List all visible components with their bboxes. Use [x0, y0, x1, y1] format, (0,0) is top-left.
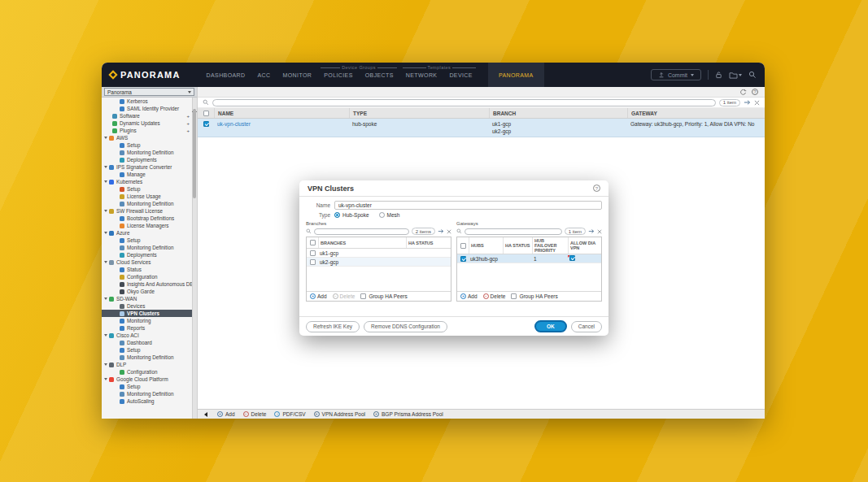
sidebar-item[interactable]: Monitoring Definition +: [102, 200, 192, 207]
clear-filter-icon[interactable]: [754, 100, 760, 106]
sidebar-item[interactable]: AutoScaling +: [102, 397, 192, 405]
sidebar-item[interactable]: Monitoring +: [102, 317, 192, 324]
refresh-ike-key-button[interactable]: Refresh IKE Key: [306, 321, 360, 332]
footer-button[interactable]: + Add: [217, 411, 235, 417]
dialog-help-icon[interactable]: ?: [593, 185, 600, 192]
cluster-name-link[interactable]: uk-vpn-cluster: [217, 121, 251, 127]
expand-plus-icon[interactable]: +: [186, 121, 190, 126]
sidebar-item[interactable]: License Usage +: [102, 193, 192, 200]
row-checkbox[interactable]: [460, 256, 466, 262]
group-ha-peers-checkbox[interactable]: [511, 293, 517, 299]
sidebar-item[interactable]: SAML Identity Provider +: [102, 105, 192, 112]
sidebar-item[interactable]: Kubernetes +: [102, 178, 192, 185]
lock-icon[interactable]: [715, 71, 722, 79]
chevron-down-icon[interactable]: [104, 180, 107, 183]
sidebar-item[interactable]: Cisco ACI +: [102, 332, 192, 339]
sidebar-item[interactable]: Reports +: [102, 324, 192, 332]
sidebar-item[interactable]: Azure +: [102, 229, 192, 237]
column-header-hubs[interactable]: HUBS: [469, 237, 503, 254]
branches-delete-button[interactable]: − Delete: [333, 293, 355, 299]
save-menu[interactable]: [729, 72, 742, 79]
sidebar-item[interactable]: SW Firewall License +: [102, 207, 192, 215]
sidebar-item[interactable]: Monitoring Definition +: [102, 244, 192, 251]
row-checkbox[interactable]: [203, 121, 209, 127]
chevron-down-icon[interactable]: [104, 166, 107, 168]
sidebar-item[interactable]: Configuration +: [102, 368, 192, 376]
search-icon[interactable]: [748, 71, 757, 79]
footer-button[interactable]: + BGP Prisma Address Pool: [373, 411, 443, 417]
select-all-checkbox[interactable]: [203, 111, 209, 116]
sidebar-item[interactable]: Deployments +: [102, 251, 192, 258]
select-all-checkbox[interactable]: [310, 240, 316, 245]
search-input[interactable]: [212, 99, 716, 106]
help-icon[interactable]: ?: [752, 89, 758, 95]
scrollbar-thumb[interactable]: [193, 109, 196, 198]
sidebar-item[interactable]: Monitoring Definition +: [102, 149, 192, 156]
sidebar-item[interactable]: Google Cloud Platform +: [102, 376, 192, 383]
sidebar-item[interactable]: Monitoring Definition +: [102, 390, 192, 397]
row-checkbox[interactable]: [310, 250, 316, 256]
sidebar-item[interactable]: Software +: [102, 112, 192, 119]
collapse-sidebar-arrow[interactable]: [204, 412, 207, 417]
sidebar-item[interactable]: DLP +: [102, 361, 192, 368]
sidebar-item[interactable]: AWS +: [102, 134, 192, 141]
footer-button[interactable]: + VPN Address Pool: [314, 411, 365, 417]
chevron-down-icon[interactable]: [104, 232, 107, 234]
column-header-branch[interactable]: BRANCH: [489, 108, 627, 118]
type-option-hub-spoke[interactable]: Hub-Spoke: [334, 212, 369, 218]
chevron-down-icon[interactable]: [104, 297, 107, 300]
column-header-ha-status[interactable]: HA STATUS: [406, 237, 451, 248]
sidebar-item[interactable]: Dynamic Updates +: [102, 119, 192, 127]
column-header-gateway[interactable]: GATEWAY: [627, 108, 765, 118]
gateways-group-ha-peers[interactable]: Group HA Peers: [511, 293, 557, 299]
table-row[interactable]: uk-vpn-cluster hub-spoke uk1-gcp uk2-gcp…: [198, 119, 765, 137]
nav-acc[interactable]: ACC: [258, 72, 271, 78]
context-selector[interactable]: Panorama: [104, 88, 194, 96]
expand-plus-icon[interactable]: +: [186, 128, 190, 133]
remove-ddns-configuration-button[interactable]: Remove DDNS Configuration: [364, 321, 447, 332]
chevron-down-icon[interactable]: [104, 378, 107, 380]
sidebar-item[interactable]: Okyo Garde +: [102, 288, 192, 295]
branches-group-ha-peers[interactable]: Group HA Peers: [360, 293, 407, 299]
commit-button[interactable]: Commit: [651, 69, 701, 80]
gateways-search-input[interactable]: [465, 228, 562, 235]
nav-network[interactable]: NETWORK: [406, 72, 438, 78]
column-header-type[interactable]: TYPE: [349, 108, 489, 118]
row-checkbox[interactable]: [310, 259, 316, 265]
sidebar-item[interactable]: Status +: [102, 266, 192, 273]
chevron-down-icon[interactable]: [104, 261, 107, 263]
expand-plus-icon[interactable]: +: [186, 114, 190, 119]
cancel-button[interactable]: Cancel: [571, 321, 602, 332]
column-header-name[interactable]: NAME: [214, 108, 349, 118]
ok-button[interactable]: OK: [534, 320, 567, 332]
sidebar-item[interactable]: Cloud Services +: [102, 258, 192, 266]
sidebar-item[interactable]: Setup +: [102, 141, 192, 149]
type-option-mesh[interactable]: Mesh: [379, 212, 400, 218]
chevron-down-icon[interactable]: [104, 363, 107, 366]
footer-button[interactable]: − Delete: [243, 411, 267, 417]
select-all-checkbox[interactable]: [460, 243, 466, 249]
sidebar-item[interactable]: Bootstrap Definitions +: [102, 215, 192, 222]
nav-monitor[interactable]: MONITOR: [283, 72, 312, 78]
sidebar-item[interactable]: VPN Clusters +: [102, 310, 192, 317]
sidebar-scrollbar[interactable]: [192, 98, 197, 419]
branch-row[interactable]: uk1-gcp: [307, 249, 451, 258]
sidebar-item[interactable]: Manage +: [102, 171, 192, 178]
nav-device[interactable]: DEVICE: [449, 72, 472, 78]
sidebar-item[interactable]: Setup +: [102, 237, 192, 244]
branches-search-input[interactable]: [314, 228, 409, 235]
sidebar-item[interactable]: Monitoring Definition +: [102, 354, 192, 361]
sidebar-item[interactable]: Setup +: [102, 185, 192, 193]
name-input[interactable]: uk-vpn-cluster: [334, 201, 602, 210]
sidebar-item[interactable]: SD-WAN +: [102, 295, 192, 302]
sidebar-item[interactable]: License Managers +: [102, 222, 192, 229]
clear-filter-icon[interactable]: [447, 229, 451, 234]
column-header-allow-dia-vpn[interactable]: ALLOW DIA VPN: [568, 237, 601, 254]
column-header-branches[interactable]: BRANCHES: [318, 237, 406, 248]
sidebar-item[interactable]: Kerberos +: [102, 98, 192, 105]
sidebar-item[interactable]: Devices +: [102, 302, 192, 310]
column-header-hub-failover-priority[interactable]: HUB FAILOVER PRIORITY: [532, 237, 568, 254]
sidebar-item[interactable]: Dashboard +: [102, 339, 192, 346]
footer-button[interactable]: ↓ PDF/CSV: [274, 411, 305, 417]
apply-filter-arrow-icon[interactable]: [744, 99, 751, 106]
